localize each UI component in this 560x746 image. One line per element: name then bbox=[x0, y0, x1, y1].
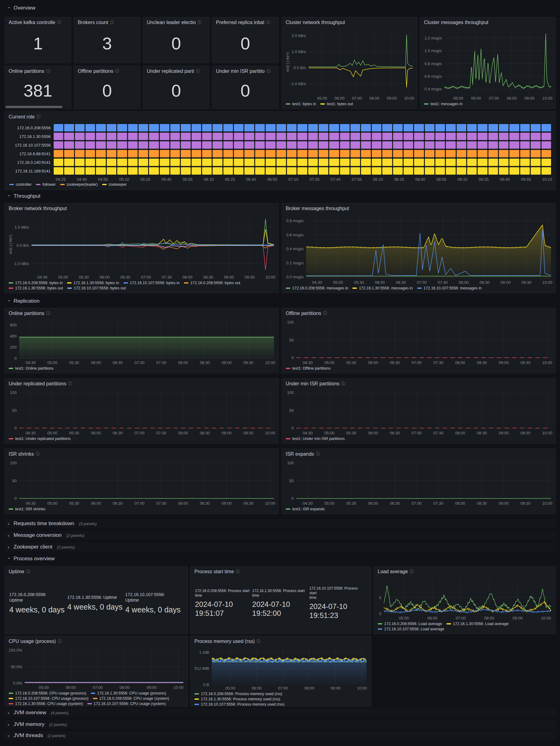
status-cell[interactable] bbox=[382, 124, 392, 132]
status-cell[interactable] bbox=[319, 133, 328, 140]
status-cell[interactable] bbox=[107, 141, 116, 149]
status-cell[interactable] bbox=[213, 167, 222, 175]
status-cell[interactable] bbox=[393, 150, 403, 157]
legend-item[interactable]: test1: bytes out bbox=[320, 102, 353, 106]
status-cell[interactable] bbox=[361, 141, 370, 149]
status-cell[interactable] bbox=[149, 167, 159, 175]
legend-item[interactable]: zookeeper(leader) bbox=[60, 182, 98, 186]
legend-item[interactable]: test1: Online partitions bbox=[9, 366, 53, 371]
status-cell[interactable] bbox=[478, 159, 487, 166]
status-cell[interactable] bbox=[520, 141, 530, 149]
section-overview[interactable]: › Overview bbox=[5, 4, 556, 12]
status-cell[interactable] bbox=[308, 133, 318, 140]
status-cell[interactable] bbox=[160, 150, 169, 157]
status-cell[interactable] bbox=[181, 133, 190, 140]
status-cell[interactable] bbox=[276, 124, 286, 132]
status-cell[interactable] bbox=[192, 159, 201, 166]
status-cell[interactable] bbox=[531, 167, 540, 175]
status-cell[interactable] bbox=[488, 150, 498, 157]
status-cell[interactable] bbox=[457, 124, 466, 132]
status-cell[interactable] bbox=[425, 159, 435, 166]
status-cell[interactable] bbox=[509, 124, 519, 132]
info-icon[interactable]: ⓘ bbox=[266, 68, 270, 74]
status-cell[interactable] bbox=[488, 133, 498, 140]
info-icon[interactable]: ⓘ bbox=[341, 381, 345, 386]
status-cell[interactable] bbox=[351, 141, 360, 149]
status-cell[interactable] bbox=[128, 159, 138, 166]
status-cell[interactable] bbox=[425, 141, 435, 149]
status-cell[interactable] bbox=[393, 124, 403, 132]
status-cell[interactable] bbox=[75, 167, 85, 175]
status-cell[interactable] bbox=[499, 159, 508, 166]
info-icon[interactable]: ⓘ bbox=[197, 20, 201, 25]
status-cell[interactable] bbox=[340, 141, 349, 149]
legend-item[interactable]: test1: Under min ISR partitions bbox=[286, 436, 345, 441]
status-cell[interactable] bbox=[255, 150, 265, 157]
status-cell[interactable] bbox=[372, 159, 381, 166]
status-cell[interactable] bbox=[170, 150, 180, 157]
status-cell[interactable] bbox=[96, 124, 106, 132]
status-cell[interactable] bbox=[223, 159, 233, 166]
info-icon[interactable]: ⓘ bbox=[410, 569, 414, 574]
status-cell[interactable] bbox=[329, 141, 339, 149]
status-cell[interactable] bbox=[287, 141, 297, 149]
status-cell[interactable] bbox=[298, 150, 307, 157]
status-cell[interactable] bbox=[170, 167, 180, 175]
status-cell[interactable] bbox=[457, 159, 466, 166]
horizontal-scrollbar[interactable] bbox=[5, 106, 62, 108]
legend-item[interactable]: 172.16.1.30:5556: bytes out bbox=[9, 286, 63, 290]
status-cell[interactable] bbox=[308, 141, 318, 149]
status-cell[interactable] bbox=[382, 133, 392, 140]
status-cell[interactable] bbox=[393, 159, 403, 166]
status-cell[interactable] bbox=[255, 167, 265, 175]
status-cell[interactable] bbox=[520, 133, 530, 140]
status-cell[interactable] bbox=[75, 150, 85, 157]
status-cell[interactable] bbox=[170, 159, 180, 166]
status-cell[interactable] bbox=[436, 124, 445, 132]
status-cell[interactable] bbox=[298, 141, 307, 149]
status-cell[interactable] bbox=[425, 124, 435, 132]
status-cell[interactable] bbox=[329, 167, 339, 175]
legend-item[interactable]: 172.16.1.30:5556: Load average bbox=[446, 622, 509, 626]
status-cell[interactable] bbox=[372, 150, 381, 157]
status-cell[interactable] bbox=[287, 150, 297, 157]
status-cell[interactable] bbox=[96, 133, 106, 140]
legend-item[interactable]: test1: ISR shrinks bbox=[9, 507, 45, 511]
section-message-conversion[interactable]: › Message conversion (2 panels) bbox=[5, 531, 556, 540]
legend-item[interactable]: controller bbox=[9, 182, 31, 186]
status-cell[interactable] bbox=[181, 159, 190, 166]
section-throughput[interactable]: › Throughput bbox=[5, 192, 556, 201]
status-cell[interactable] bbox=[393, 133, 403, 140]
status-cell[interactable] bbox=[54, 150, 63, 157]
status-cell[interactable] bbox=[382, 141, 392, 149]
legend-item[interactable]: zookeeper bbox=[102, 182, 127, 186]
legend-item[interactable]: 172.16.1.30:5556: CPU usage (process) bbox=[91, 691, 166, 695]
status-cell[interactable] bbox=[287, 124, 297, 132]
status-cell[interactable] bbox=[446, 167, 455, 175]
status-cell[interactable] bbox=[276, 141, 286, 149]
status-cell[interactable] bbox=[425, 167, 435, 175]
status-cell[interactable] bbox=[244, 159, 254, 166]
status-cell[interactable] bbox=[499, 133, 508, 140]
status-cell[interactable] bbox=[436, 150, 445, 157]
status-cell[interactable] bbox=[329, 159, 339, 166]
legend-item[interactable]: 172.16.10.107:5556: Process memory used … bbox=[194, 702, 368, 706]
status-cell[interactable] bbox=[509, 150, 519, 157]
status-cell[interactable] bbox=[107, 133, 116, 140]
status-cell[interactable] bbox=[467, 167, 477, 175]
section-jvm-overview[interactable]: › JVM overview (4 panels) bbox=[5, 708, 556, 717]
info-icon[interactable]: ⓘ bbox=[36, 451, 40, 457]
status-cell[interactable] bbox=[255, 124, 265, 132]
status-cell[interactable] bbox=[160, 159, 169, 166]
info-icon[interactable]: ⓘ bbox=[57, 20, 61, 25]
status-cell[interactable] bbox=[541, 141, 551, 149]
status-cell[interactable] bbox=[499, 124, 508, 132]
status-cell[interactable] bbox=[298, 159, 307, 166]
status-cell[interactable] bbox=[213, 159, 222, 166]
info-icon[interactable]: ⓘ bbox=[46, 311, 50, 316]
status-cell[interactable] bbox=[54, 159, 63, 166]
status-cell[interactable] bbox=[181, 150, 190, 157]
status-cell[interactable] bbox=[139, 133, 148, 140]
legend-item[interactable]: 172.16.0.208:5556: CPU usage (process) bbox=[9, 691, 86, 695]
legend-item[interactable]: 172.16.10.107:5556: CPU usage (process) bbox=[9, 696, 88, 701]
